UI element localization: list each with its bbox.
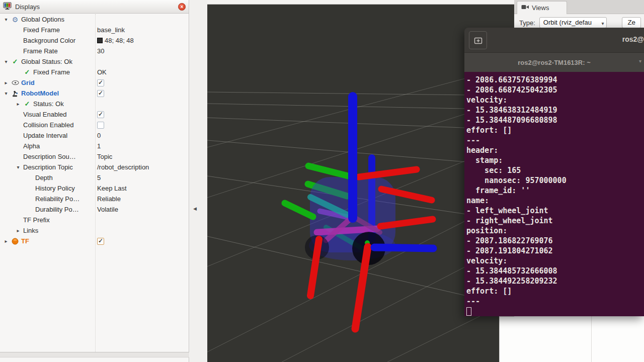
displays-panel: Displays × ▾⚙Global OptionsFixed Frameba… <box>0 0 189 362</box>
displays-panel-icon <box>3 2 12 12</box>
tree-row-tf-prefix[interactable]: TF Prefix <box>0 215 189 225</box>
terminal-line: effort: [] <box>466 125 644 135</box>
property-value[interactable]: 1 <box>97 142 101 150</box>
terminal-line: velocity: <box>466 256 644 266</box>
tf-axis-red-cylinder <box>359 169 417 177</box>
tree-row-description-sou[interactable]: Description Sou…Topic <box>0 151 189 162</box>
tree-row-collision-enabled[interactable]: Collision Enabled <box>0 120 189 130</box>
property-label: Links <box>23 227 38 234</box>
views-list-edge <box>499 316 514 362</box>
property-column-divider[interactable] <box>95 14 96 352</box>
property-label: Status: Ok <box>33 100 64 108</box>
expander-down-icon[interactable]: ▾ <box>14 164 22 170</box>
terminal-lines: - 2086.6637576389994- 2086.6687425042305… <box>466 75 644 306</box>
tree-row-update-interval[interactable]: Update Interval0 <box>0 130 189 141</box>
terminal-line: stamp: <box>466 155 644 165</box>
expander-right-icon[interactable]: ▸ <box>2 238 10 244</box>
collapse-panel-icon[interactable]: ◀ <box>193 206 197 211</box>
expander-down-icon[interactable]: ▾ <box>2 90 10 96</box>
tree-row-alpha[interactable]: Alpha1 <box>0 141 189 151</box>
checkbox[interactable] <box>97 79 104 86</box>
property-value[interactable]: OK <box>97 68 107 76</box>
property-value[interactable]: Keep Last <box>97 185 127 192</box>
property-value[interactable]: Reliable <box>97 195 121 203</box>
property-label: Global Options <box>21 16 64 23</box>
expander-down-icon[interactable]: ▾ <box>2 59 10 64</box>
terminal-line: - 2087.191804271062 <box>466 246 644 256</box>
check-icon: ✓ <box>22 68 32 76</box>
views-panel-tab[interactable]: Views <box>517 1 567 14</box>
terminal-tab-title[interactable]: ros2@ros2-TM1613R: ~ <box>518 59 591 66</box>
tree-row-reliability-po[interactable]: Reliability Po…Reliable <box>0 194 189 204</box>
terminal-line: effort: [] <box>466 286 644 296</box>
tree-row-robotmodel[interactable]: ▾RobotModel <box>0 88 189 99</box>
expander-right-icon[interactable]: ▸ <box>2 80 10 85</box>
property-value[interactable]: 0 <box>97 132 101 139</box>
property-value[interactable]: Volatile <box>97 206 118 213</box>
tree-row-description-topic[interactable]: ▾Description Topic/robot_description <box>0 162 189 172</box>
terminal-output[interactable]: - 2086.6637576389994- 2086.6687425042305… <box>464 72 644 316</box>
close-icon[interactable]: × <box>178 3 186 11</box>
tree-row-fixed-frame[interactable]: Fixed Framebase_link <box>0 25 189 35</box>
displays-panel-header[interactable]: Displays × <box>0 0 189 14</box>
tree-row-history-policy[interactable]: History PolicyKeep Last <box>0 183 189 194</box>
views-panel-header: Views <box>514 0 644 14</box>
checkbox[interactable] <box>97 90 104 97</box>
property-value[interactable]: Topic <box>97 153 112 160</box>
tree-row-grid[interactable]: ▸Grid <box>0 77 189 88</box>
tree-row-fixed-frame[interactable]: ✓Fixed FrameOK <box>0 67 189 77</box>
property-label: RobotModel <box>21 89 59 97</box>
property-label: Global Status: Ok <box>21 58 72 65</box>
terminal-tabbar[interactable]: ros2@ros2-TM1613R: ~ ▾ <box>464 53 644 72</box>
terminal-line: - 2086.6637576389994 <box>466 75 644 85</box>
terminal-line: - 2087.186822769076 <box>466 236 644 246</box>
property-label: Grid <box>21 79 35 86</box>
terminal-cursor <box>466 307 471 316</box>
terminal-line: name: <box>466 196 644 206</box>
property-label: Collision Enabled <box>23 121 73 129</box>
terminal-line: - 15.384638312484919 <box>466 105 644 115</box>
chevron-down-icon[interactable]: ▾ <box>639 58 641 64</box>
tree-row-global-options[interactable]: ▾⚙Global Options <box>0 14 189 25</box>
property-label: History Policy <box>35 185 75 192</box>
property-value[interactable]: 48; 48; 48 <box>105 37 134 44</box>
tree-row-background-color[interactable]: Background Color48; 48; 48 <box>0 35 189 46</box>
property-label: Durability Po… <box>35 206 79 213</box>
new-tab-icon <box>474 36 482 44</box>
property-value[interactable]: 30 <box>97 47 104 55</box>
expander-right-icon[interactable]: ▸ <box>14 228 22 233</box>
new-tab-button[interactable] <box>469 31 487 49</box>
terminal-titlebar[interactable]: ros2@ <box>464 28 644 53</box>
terminal-line: header: <box>466 145 644 155</box>
tree-row-durability-po[interactable]: Durability Po…Volatile <box>0 204 189 215</box>
tree-row-frame-rate[interactable]: Frame Rate30 <box>0 46 189 56</box>
tree-row-global-status-ok[interactable]: ▾✓Global Status: Ok <box>0 56 189 67</box>
displays-tree: ▾⚙Global OptionsFixed Framebase_linkBack… <box>0 14 189 246</box>
property-label: Update Interval <box>23 132 67 139</box>
expander-right-icon[interactable]: ▸ <box>14 101 22 107</box>
checkbox[interactable] <box>97 122 104 129</box>
views-panel-icon <box>521 4 529 12</box>
tf-icon <box>10 238 20 245</box>
tree-row-visual-enabled[interactable]: Visual Enabled <box>0 109 189 120</box>
property-label: Fixed Frame <box>33 68 70 76</box>
tree-row-status-ok[interactable]: ▸✓Status: Ok <box>0 99 189 109</box>
view-type-dropdown[interactable]: Orbit (rviz_defau <box>539 17 607 28</box>
panel-splitter[interactable]: ◀ <box>190 0 207 362</box>
terminal-line: - left_wheel_joint <box>466 206 644 216</box>
property-value[interactable]: base_link <box>97 26 125 34</box>
check-icon: ✓ <box>10 58 20 65</box>
checkbox[interactable] <box>97 238 104 245</box>
checkbox[interactable] <box>97 111 104 118</box>
tree-row-tf[interactable]: ▸TF <box>0 236 189 246</box>
tree-row-depth[interactable]: Depth5 <box>0 172 189 183</box>
tree-row-links[interactable]: ▸Links <box>0 225 189 236</box>
robot-icon <box>10 90 20 97</box>
property-value[interactable]: 5 <box>97 174 101 182</box>
property-value[interactable]: /robot_description <box>97 163 149 171</box>
property-label: Frame Rate <box>23 47 58 55</box>
expander-down-icon[interactable]: ▾ <box>2 17 10 22</box>
terminal-line: - 15.384485732666008 <box>466 266 644 276</box>
view-type-row: Type: Orbit (rviz_defau Ze <box>514 14 644 28</box>
zero-button[interactable]: Ze <box>622 17 641 28</box>
